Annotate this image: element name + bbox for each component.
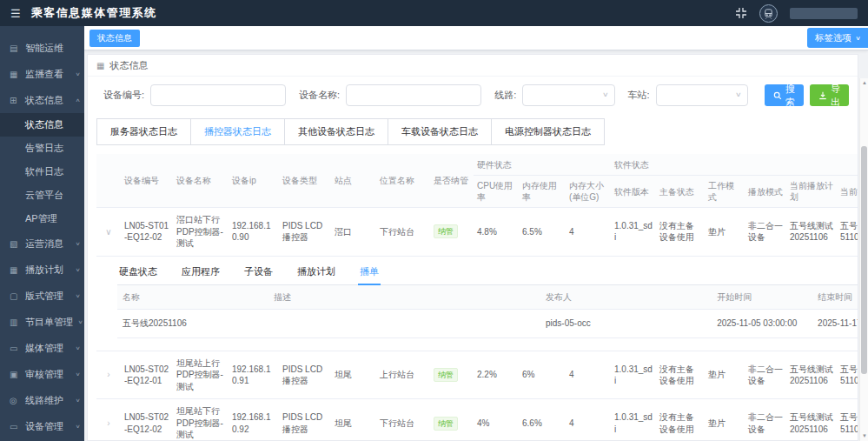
sidebar-item-audit-mgmt[interactable]: ▣审核管理∨ (0, 361, 84, 387)
sidebar-subitem-software-log[interactable]: 软件日志 (0, 160, 84, 184)
sidebar-subitem-status-info[interactable]: 状态信息 (0, 113, 84, 137)
sidebar-subitem-cloud-platform[interactable]: 云管平台 (0, 184, 84, 207)
download-icon (818, 91, 827, 100)
sidebar-item-play-plan[interactable]: ▦播放计划∨ (0, 257, 84, 283)
sidebar-item-ops-message[interactable]: ▧运营消息∨ (0, 231, 84, 257)
cell-code: LN05-ST01-EQ12-02 (121, 208, 173, 257)
device-table-head: 设备编号设备名称设备ip设备类型站点位置名称是否纳管硬件状态软件状态CPU使用率… (96, 154, 858, 208)
line-maint-icon: ◎ (10, 396, 20, 405)
cell-plan: 五号线测试20251106 (786, 351, 837, 399)
chevron-down-icon: ∨ (75, 345, 80, 351)
log-tab-2[interactable]: 其他设备状态日志 (284, 118, 388, 145)
menu-toggle-icon[interactable]: ☰ (10, 8, 21, 19)
detail-tab-0[interactable]: 硬盘状态 (117, 260, 159, 285)
expand-row-icon[interactable]: › (100, 418, 117, 430)
filter-label-station: 车站: (628, 89, 650, 102)
station-select[interactable]: ∨ (656, 84, 748, 106)
log-tab-4[interactable]: 电源控制器状态日志 (491, 118, 605, 145)
col-header-playlist: 当前播单 (837, 176, 858, 208)
cell-ip: 192.168.10.90 (229, 208, 279, 257)
cell-code: LN05-ST02-EQ12-01 (121, 351, 173, 399)
sidebar-item-layout-mgmt[interactable]: ▢版式管理∨ (0, 283, 84, 309)
smart-ops-icon: ▤ (10, 43, 20, 53)
cell-cpu: 4.8% (474, 208, 519, 257)
sidebar-item-program-mgmt[interactable]: ▥节目单管理∨ (0, 309, 84, 335)
col-header-code: 设备编号 (121, 154, 173, 208)
chevron-down-icon: ∨ (735, 90, 742, 97)
cell-cpu: 4% (474, 399, 519, 441)
cell-sw_version: 1.0.31_sdi (611, 351, 656, 399)
cell-type: PIDS LCD播控器 (279, 351, 331, 399)
cell-type: PIDS LCD播控器 (279, 208, 331, 257)
cell-mem_size: 4 (566, 208, 611, 257)
col-header-location: 位置名称 (376, 154, 430, 208)
playlist-table-head: 名称描述发布人开始时间结束时间更新时间 (117, 285, 858, 310)
page-title: 状态信息 (109, 59, 148, 72)
scrollbar-thumb[interactable] (861, 146, 867, 374)
filter-label-line: 线路: (494, 89, 516, 102)
device-table-wrap: 设备编号设备名称设备ip设备类型站点位置名称是否纳管硬件状态软件状态CPU使用率… (96, 154, 849, 441)
filter-label-device-code: 设备编号: (103, 89, 144, 102)
cell-mem_size: 4 (566, 399, 611, 441)
status-info-icon: ⊞ (10, 96, 20, 105)
col-header-sw_version: 软件版本 (611, 176, 656, 208)
log-tab-0[interactable]: 服务器状态日志 (96, 118, 191, 145)
open-tabs-bar: 状态信息 标签选项 ∨ (84, 26, 868, 50)
chevron-down-icon: ∨ (855, 35, 861, 41)
chevron-down-icon: ∨ (75, 267, 80, 272)
sidebar-item-label: 状态信息 (25, 94, 63, 107)
cell-location: 下行站台 (376, 399, 430, 441)
log-tab-1[interactable]: 播控器状态日志 (190, 118, 285, 145)
cell-plan: 五号线测试20251106 (786, 399, 837, 441)
playlist-cell: 2025-11-05 03:00:00 (712, 310, 812, 338)
device-name-input[interactable] (346, 84, 481, 106)
line-select[interactable]: ∨ (522, 84, 614, 106)
sidebar-item-line-maint[interactable]: ◎线路维护∨ (0, 387, 84, 413)
chevron-up-icon: ∧ (75, 97, 80, 103)
search-button[interactable]: 搜索 (765, 84, 804, 106)
chevron-down-icon: ∨ (75, 241, 80, 246)
scroll-up-icon[interactable]: ▲ (860, 80, 868, 85)
col-header-mem: 内存使用率 (519, 176, 566, 208)
play-plan-icon: ▦ (10, 265, 20, 275)
sidebar-item-status-info[interactable]: ⊞状态信息∧ (0, 87, 84, 113)
sidebar-item-device-mgmt[interactable]: ▭设备管理∨ (0, 413, 84, 439)
sidebar-item-media-mgmt[interactable]: ▭媒体管理∨ (0, 335, 84, 361)
sidebar-item-label: 设备管理 (25, 420, 63, 433)
app-title: 乘客信息媒体管理系统 (31, 5, 157, 21)
playlist-table-body: 五号线20251106pids-05-occ2025-11-05 03:00:0… (117, 310, 858, 338)
playlist-col-header: 开始时间 (712, 285, 812, 310)
scroll-down-icon[interactable]: ▼ (860, 433, 868, 438)
sidebar-item-smart-ops[interactable]: ▤智能运维 (0, 35, 84, 61)
chevron-down-icon: ∨ (602, 90, 609, 97)
col-header-mem_size: 内存大小(单位G) (566, 176, 611, 208)
export-button[interactable]: 导出 (810, 84, 849, 106)
user-avatar[interactable] (759, 4, 778, 23)
tab-status-info[interactable]: 状态信息 (89, 30, 140, 47)
sidebar-item-monitor-view[interactable]: ▦监播查看∨ (0, 61, 84, 87)
playlist-cell (268, 310, 540, 338)
vertical-scrollbar[interactable]: ▲ ▼ (859, 78, 868, 441)
playlist-row: 五号线20251106pids-05-occ2025-11-05 03:00:0… (117, 310, 858, 338)
detail-tab-1[interactable]: 应用程序 (180, 260, 222, 285)
audit-mgmt-icon: ▣ (10, 370, 20, 379)
detail-tab-4[interactable]: 播单 (358, 260, 381, 286)
sidebar: ▤智能运维▦监播查看∨⊞状态信息∧状态信息告警日志软件日志云管平台AP管理▧运营… (0, 26, 84, 441)
log-tab-3[interactable]: 车载设备状态日志 (388, 118, 492, 145)
detail-tab-2[interactable]: 子设备 (242, 260, 275, 285)
sidebar-subitem-ap-mgmt[interactable]: AP管理 (0, 207, 84, 231)
cell-master: 没有主备设备使用 (656, 399, 705, 441)
detail-tab-3[interactable]: 播放计划 (295, 260, 337, 285)
sidebar-subitem-alarm-log[interactable]: 告警日志 (0, 137, 84, 160)
collapse-row-icon[interactable]: ∨ (100, 226, 117, 238)
search-icon (773, 91, 782, 100)
layout-mgmt-icon: ▢ (10, 291, 20, 301)
playlist-cell: 2025-11-17 03:00:00 (812, 310, 858, 338)
sidebar-item-label: 媒体管理 (25, 342, 63, 355)
fullscreen-icon[interactable] (735, 7, 747, 19)
tag-options-button[interactable]: 标签选项 ∨ (807, 28, 868, 48)
device-code-input[interactable] (150, 84, 286, 106)
cell-playlist: 五号线20251106 (837, 351, 858, 399)
expand-row-icon[interactable]: › (100, 369, 117, 381)
breadcrumb: ▦ 状态信息 (88, 55, 858, 77)
